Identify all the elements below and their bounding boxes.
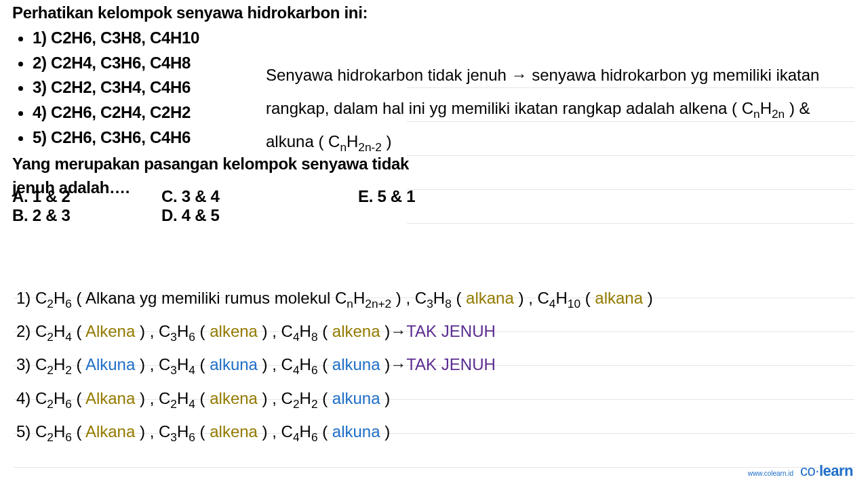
sub: n — [340, 140, 347, 154]
tag-alkuna: alkuna — [332, 355, 380, 373]
option-b: B. 2 & 3 — [12, 206, 71, 224]
tag-alkena: alkena — [210, 422, 258, 441]
tag-alkena: alkena — [332, 322, 380, 340]
tag-takjenuh: TAK JENUH — [406, 322, 496, 340]
analysis-line-4: 4) C2H6 ( Alkana ) , C2H4 ( alkena ) , C… — [16, 382, 852, 415]
tag-alkena: alkena — [210, 322, 258, 340]
tag-alkuna: alkuna — [210, 355, 258, 373]
tag-alkuna: alkuna — [332, 389, 380, 407]
analysis-line-2: 2) C2H4 ( Alkena ) , C3H6 ( alkena ) , C… — [16, 314, 852, 348]
analysis-line-1: 1) C2H6 ( Alkana yg memiliki rumus molek… — [16, 281, 852, 314]
note-text: Senyawa hidrokarbon tidak jenuh — [266, 66, 511, 84]
arrow-icon: → — [390, 348, 406, 381]
tag-alkuna: Alkuna — [85, 355, 135, 373]
analysis-line-5: 5) C2H6 ( Alkana ) , C3H6 ( alkena ) , C… — [16, 415, 852, 448]
brand-logo: co·learn — [800, 462, 853, 480]
tag-alkana: alkana — [466, 289, 514, 307]
option-a: A. 1 & 2 — [12, 187, 71, 205]
note-text: H — [760, 99, 772, 117]
option-d: D. 4 & 5 — [161, 206, 220, 224]
footer: www.colearn.id co·learn — [748, 462, 853, 480]
tag-alkena: alkena — [210, 389, 258, 407]
footer-url: www.colearn.id — [748, 470, 793, 477]
explanation-note: Senyawa hidrokarbon tidak jenuh → senyaw… — [266, 58, 853, 159]
tag-alkuna: alkuna — [332, 422, 380, 441]
sub: 2n — [772, 107, 785, 121]
question-item-1: 1) C2H6, C3H8, C4H10 — [33, 26, 439, 50]
tag-alkana: Alkana — [85, 389, 135, 407]
page: Perhatikan kelompok senyawa hidrokarbon … — [0, 0, 868, 488]
note-text: ) — [382, 132, 392, 150]
option-e: E. 5 & 1 — [358, 187, 415, 205]
analysis-block: 1) C2H6 ( Alkana yg memiliki rumus molek… — [16, 281, 852, 448]
question-intro: Perhatikan kelompok senyawa hidrokarbon … — [12, 1, 439, 25]
option-c: C. 3 & 4 — [161, 187, 220, 205]
tag-takjenuh: TAK JENUH — [406, 355, 496, 373]
arrow-icon: → — [390, 314, 406, 348]
sub: n — [753, 107, 760, 121]
arrow-icon: → — [511, 58, 528, 92]
note-text: H — [347, 132, 358, 150]
tag-alkena: Alkena — [85, 322, 135, 340]
tag-alkana: Alkana — [85, 422, 135, 441]
analysis-line-3: 3) C2H2 ( Alkuna ) , C3H4 ( alkuna ) , C… — [16, 348, 852, 381]
tag-alkana: alkana — [595, 289, 643, 307]
options: A. 1 & 2 B. 2 & 3 C. 3 & 4 D. 4 & 5 E. 5… — [12, 187, 623, 225]
sub: 2n-2 — [358, 140, 382, 154]
